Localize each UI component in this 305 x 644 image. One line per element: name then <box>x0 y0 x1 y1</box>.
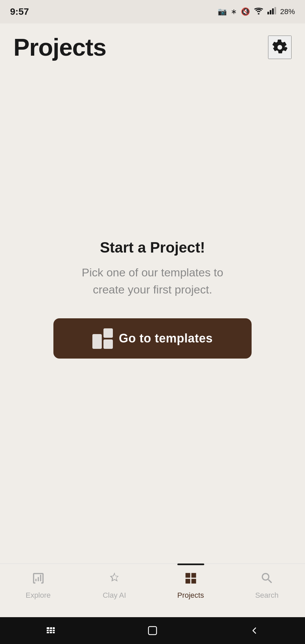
nav-active-indicator <box>177 564 204 565</box>
empty-state-subtitle: Pick one of our templates to create your… <box>69 264 236 298</box>
svg-rect-5 <box>50 627 52 629</box>
go-to-templates-label: Go to templates <box>119 331 213 345</box>
android-menu-button[interactable] <box>41 621 61 641</box>
wifi-icon <box>254 7 263 16</box>
android-back-button[interactable] <box>244 621 264 641</box>
projects-icon <box>184 571 198 588</box>
page-title: Projects <box>13 34 106 61</box>
nav-label-search: Search <box>255 591 279 600</box>
template-icon-rect-small-bottom <box>103 339 113 349</box>
android-home-button[interactable] <box>142 621 163 641</box>
bluetooth-icon: ∗ <box>231 7 237 16</box>
explore-icon <box>31 571 45 588</box>
nav-item-clay-ai[interactable]: Clay AI <box>76 570 152 600</box>
main-content: Projects Start a Project! Pick one of ou… <box>0 23 305 564</box>
svg-rect-3 <box>274 7 276 14</box>
svg-rect-6 <box>53 627 55 629</box>
empty-state: Start a Project! Pick one of our templat… <box>13 68 292 564</box>
status-time: 9:57 <box>10 6 29 17</box>
settings-button[interactable] <box>268 36 292 59</box>
svg-rect-8 <box>49 630 52 631</box>
search-icon <box>260 571 274 588</box>
nav-item-explore[interactable]: Explore <box>0 570 76 600</box>
nav-label-projects: Projects <box>177 591 204 600</box>
svg-rect-2 <box>272 8 274 14</box>
nav-label-explore: Explore <box>26 591 51 600</box>
battery-icon: 28% <box>280 7 295 16</box>
templates-icon <box>92 328 113 349</box>
bottom-nav: Explore Clay AI Projects Search <box>0 564 305 617</box>
svg-rect-9 <box>53 630 55 631</box>
svg-rect-13 <box>148 627 157 635</box>
clay-ai-icon <box>107 571 122 588</box>
template-icon-rect-small-top <box>103 328 113 338</box>
nav-item-projects[interactable]: Projects <box>152 570 229 600</box>
svg-rect-12 <box>53 632 55 633</box>
svg-rect-0 <box>267 12 269 14</box>
nav-label-clay-ai: Clay AI <box>103 591 126 600</box>
svg-rect-11 <box>50 632 52 633</box>
header: Projects <box>13 23 292 68</box>
nav-item-search[interactable]: Search <box>229 570 305 600</box>
empty-state-title: Start a Project! <box>100 239 205 256</box>
template-icon-rect-large <box>92 334 102 349</box>
gear-icon <box>272 39 288 55</box>
go-to-templates-button[interactable]: Go to templates <box>53 318 252 359</box>
svg-rect-1 <box>270 10 271 14</box>
mute-icon: 🔇 <box>241 7 250 16</box>
svg-rect-10 <box>47 632 49 633</box>
status-bar: 9:57 📷 ∗ 🔇 28% <box>0 0 305 23</box>
android-nav-bar <box>0 617 305 644</box>
svg-rect-4 <box>47 627 49 629</box>
svg-rect-7 <box>47 630 49 631</box>
camera-icon: 📷 <box>218 7 227 16</box>
status-icons: 📷 ∗ 🔇 28% <box>218 7 295 16</box>
signal-icon <box>267 7 276 16</box>
